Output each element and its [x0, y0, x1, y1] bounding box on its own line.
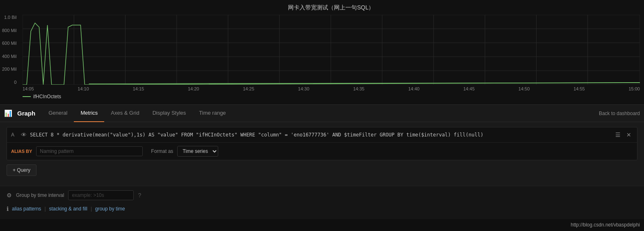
help-icon[interactable]: ? — [138, 192, 141, 199]
graph-panel-icon: 📊 — [4, 109, 12, 117]
back-to-dashboard-link[interactable]: Back to dashboard — [599, 111, 640, 116]
format-select[interactable]: Time series Table — [177, 146, 218, 157]
query-remove-button[interactable]: ✕ — [625, 131, 633, 139]
group-by-label: Group by time interval — [16, 192, 64, 198]
y-label-0: 1.0 Bil — [2, 15, 16, 20]
tab-metrics[interactable]: Metrics — [74, 105, 104, 122]
query-row: A 👁 SELECT 8 * derivative(mean("value"),… — [7, 127, 637, 160]
alias-patterns-link[interactable]: alias patterns — [10, 205, 43, 213]
group-by-row: ⚙ Group by time interval ? — [7, 190, 637, 200]
y-label-3: 400 Mil — [2, 54, 16, 59]
panel-title: Graph — [15, 105, 42, 122]
x-label-10: 14:55 — [573, 86, 585, 91]
chart-svg — [23, 15, 640, 85]
options-links-row: ℹ alias patterns | stacking & and fill |… — [7, 203, 637, 215]
options-section: ⚙ Group by time interval ? ℹ alias patte… — [0, 186, 644, 219]
gear-icon: ⚙ — [7, 192, 12, 199]
chart-area: 1.0 Bil 800 Mil 600 Mil 400 Mil 200 Mil … — [23, 15, 640, 85]
y-label-5: 0 — [2, 80, 16, 85]
x-label-3: 14:20 — [188, 86, 199, 91]
group-by-input[interactable] — [68, 190, 134, 200]
x-label-11: 15:00 — [628, 86, 640, 91]
info-icon: ℹ — [7, 206, 9, 212]
x-label-6: 14:35 — [353, 86, 365, 91]
x-label-9: 14:50 — [518, 86, 530, 91]
y-axis-labels: 1.0 Bil 800 Mil 600 Mil 400 Mil 200 Mil … — [2, 15, 16, 85]
alias-input[interactable] — [36, 146, 143, 156]
format-as-label: Format as — [151, 148, 173, 154]
metrics-area: A 👁 SELECT 8 * derivative(mean("value"),… — [0, 122, 644, 186]
x-label-7: 14:40 — [408, 86, 420, 91]
tab-time-range[interactable]: Time range — [192, 105, 232, 122]
x-label-0: 14:05 — [23, 86, 34, 91]
chart-title: 网卡入带宽测试（网上一句SQL） — [23, 4, 640, 12]
y-label-4: 200 Mil — [2, 67, 16, 72]
x-label-5: 14:30 — [298, 86, 310, 91]
x-label-1: 14:10 — [78, 86, 89, 91]
add-query-button[interactable]: + Query — [7, 164, 37, 176]
legend-label: ifHCInOctets — [33, 94, 61, 99]
query-eye-icon[interactable]: 👁 — [21, 132, 27, 138]
legend-color — [23, 96, 31, 97]
x-label-8: 14:45 — [464, 86, 475, 91]
query-bottom-row: ALIAS BY Format as Time series Table — [7, 143, 637, 160]
watermark: http://blog.csdn.net/vbaspdelphi — [571, 222, 640, 228]
tab-axes-grid[interactable]: Axes & Grid — [104, 105, 146, 122]
x-label-4: 14:25 — [243, 86, 254, 91]
chart-legend: ifHCInOctets — [23, 94, 640, 99]
x-label-2: 14:15 — [133, 86, 144, 91]
chart-container: 网卡入带宽测试（网上一句SQL） 1.0 Bil 800 Mil 600 Mil… — [0, 0, 644, 105]
query-actions: ☰ ✕ — [614, 131, 633, 139]
tab-display-styles[interactable]: Display Styles — [146, 105, 193, 122]
group-by-time-link[interactable]: group by time — [94, 205, 127, 213]
query-sql-text: SELECT 8 * derivative(mean("value"),1s) … — [30, 132, 610, 138]
query-top-row: A 👁 SELECT 8 * derivative(mean("value"),… — [7, 127, 637, 143]
y-label-2: 600 Mil — [2, 41, 16, 46]
tab-general[interactable]: General — [42, 105, 74, 122]
query-hamburger-button[interactable]: ☰ — [614, 131, 622, 139]
panel-tabs: 📊 Graph General Metrics Axes & Grid Disp… — [0, 105, 644, 122]
query-row-label: A — [11, 132, 18, 138]
x-axis-labels: 14:05 14:10 14:15 14:20 14:25 14:30 14:3… — [23, 86, 640, 91]
alias-by-label: ALIAS BY — [11, 149, 32, 154]
stacking-fill-link[interactable]: stacking & and fill — [48, 205, 89, 213]
y-label-1: 800 Mil — [2, 28, 16, 33]
